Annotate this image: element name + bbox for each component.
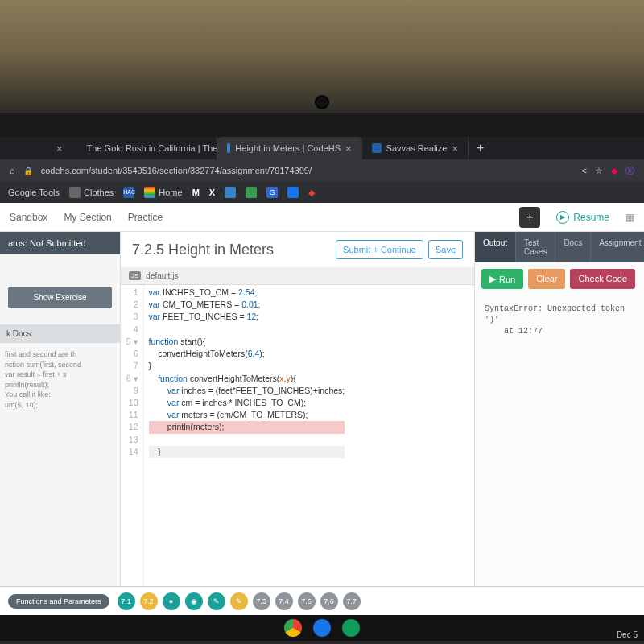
tab-test-cases[interactable]: Test Cases [515, 232, 555, 262]
site-icon [225, 187, 236, 198]
resume-button[interactable]: ▶ Resume [556, 211, 609, 224]
tab-title: The Gold Rush in California | The [87, 143, 217, 153]
left-sidebar: atus: Not Submitted Show Exercise k Docs… [0, 232, 121, 586]
bookmark[interactable] [246, 187, 257, 198]
code-editor[interactable]: 1 2 3 4 5 ▾ 6 7 8 ▾ 9 10 11 12 13 14 var… [121, 285, 474, 586]
site-icon: ◆ [308, 188, 315, 198]
browser-tab[interactable]: Height in Meters | CodeHS × [217, 137, 362, 159]
output-tabs: Output Test Cases Docs Assignment [475, 232, 644, 262]
tab-favicon [227, 143, 231, 153]
system-tray[interactable]: Dec 5 [617, 630, 638, 639]
add-button[interactable]: + [519, 207, 540, 228]
progress-dot[interactable]: 7.7 [343, 592, 361, 610]
lesson-header: 7.2.5 Height in Meters Submit + Continue… [121, 232, 474, 267]
docs-header[interactable]: k Docs [0, 324, 120, 343]
new-tab-button[interactable]: + [469, 141, 492, 155]
tab-favicon [372, 143, 382, 153]
google-icon: G [266, 187, 278, 198]
x-icon: X [209, 188, 215, 197]
nav-my-section[interactable]: My Section [64, 212, 111, 223]
chrome-icon[interactable] [284, 619, 302, 637]
tab-output[interactable]: Output [475, 232, 515, 262]
output-buttons: ▶Run Clear Check Code [475, 262, 644, 295]
check-code-button[interactable]: Check Code [570, 269, 635, 289]
tab-assignment[interactable]: Assignment [590, 232, 644, 262]
code-area[interactable]: var INCHES_TO_CM = 2.54;var CM_TO_METERS… [144, 285, 345, 586]
progress-dot[interactable]: ◉ [185, 592, 203, 610]
progress-dot[interactable]: ● [163, 592, 180, 610]
tab-title: Savvas Realize [386, 143, 448, 153]
submit-continue-button[interactable]: Submit + Continue [336, 240, 423, 259]
address-bar: ⌂ 🔒 codehs.com/student/3549516/section/3… [0, 159, 644, 182]
tab-docs[interactable]: Docs [555, 232, 590, 262]
close-icon[interactable]: × [56, 142, 63, 155]
lesson-progress-bar: Functions and Parameters 7.17.2●◉✎✎7.37.… [0, 586, 644, 615]
bookmark[interactable] [287, 187, 299, 198]
clock-date: Dec 5 [617, 630, 638, 639]
progress-dot[interactable]: 7.3 [253, 592, 270, 610]
browser-tab[interactable]: The Gold Rush in California | The × [72, 137, 217, 159]
bookmark[interactable]: Home [144, 187, 182, 198]
docs-body: first and second are thnction sum(first,… [0, 343, 120, 417]
bookmark[interactable]: G [266, 187, 278, 198]
bookmark[interactable]: Clothes [69, 187, 114, 198]
site-icon [287, 187, 299, 198]
run-button[interactable]: ▶Run [481, 269, 523, 289]
line-gutter: 1 2 3 4 5 ▾ 6 7 8 ▾ 9 10 11 12 13 14 [121, 285, 144, 586]
console-output: SyntaxError: Unexpected token ')' at 12:… [475, 295, 644, 345]
close-icon[interactable]: × [452, 142, 458, 155]
file-tab[interactable]: JS default.js [121, 267, 474, 285]
browser-tab[interactable]: Savvas Realize × [362, 137, 469, 159]
folder-icon [69, 187, 80, 198]
os-taskbar: Dec 5 [0, 615, 644, 641]
save-button[interactable]: Save [428, 240, 463, 259]
bookmark[interactable]: ◆ [308, 188, 315, 198]
nav-sandbox[interactable]: Sandbox [10, 212, 47, 223]
file-name: default.js [146, 271, 178, 280]
submission-status: atus: Not Submitted [0, 232, 120, 254]
nav-practice[interactable]: Practice [128, 212, 163, 223]
progress-dot[interactable]: 7.1 [118, 592, 135, 610]
browser-tab-strip: × The Gold Rush in California | The × He… [0, 137, 644, 159]
play-icon: ▶ [489, 274, 496, 284]
home-icon[interactable]: ⌂ [10, 166, 15, 175]
progress-dot[interactable]: 7.6 [320, 592, 338, 610]
bookmarks-bar: Google Tools Clothes HAC Home M X G ◆ [0, 182, 644, 203]
main-content: atus: Not Submitted Show Exercise k Docs… [0, 232, 644, 586]
site-icon [246, 187, 257, 198]
extension-icon[interactable]: ⓚ [625, 165, 634, 177]
bookmark[interactable]: HAC [123, 187, 134, 198]
progress-dot[interactable]: ✎ [230, 592, 248, 610]
url-text[interactable]: codehs.com/student/3549516/section/33277… [41, 166, 574, 175]
bookmark[interactable]: Google Tools [8, 188, 60, 197]
gmail-icon: M [192, 188, 200, 197]
app-icon[interactable] [342, 619, 360, 637]
bookmark[interactable]: X [209, 188, 215, 197]
layout-icon[interactable]: ▦ [625, 212, 634, 223]
tab-title: Height in Meters | CodeHS [235, 143, 341, 153]
physical-environment [0, 0, 644, 137]
close-icon[interactable]: × [345, 142, 352, 155]
unit-label[interactable]: Functions and Parameters [8, 594, 109, 609]
progress-dot[interactable]: 7.4 [275, 592, 293, 610]
editor-panel: 7.2.5 Height in Meters Submit + Continue… [121, 232, 475, 586]
gmail-icon [144, 187, 155, 198]
hac-icon: HAC [123, 187, 134, 198]
share-icon[interactable]: < [582, 166, 587, 175]
js-badge-icon: JS [129, 271, 141, 280]
app-icon[interactable] [313, 619, 331, 637]
bookmark[interactable]: M [192, 188, 200, 197]
bookmark[interactable] [225, 187, 236, 198]
star-icon[interactable]: ☆ [595, 166, 603, 176]
app-nav: Sandbox My Section Practice + ▶ Resume ▦ [0, 203, 644, 232]
progress-dot[interactable]: ✎ [208, 592, 225, 610]
progress-dot[interactable]: 7.2 [140, 592, 158, 610]
show-exercise-button[interactable]: Show Exercise [8, 287, 112, 308]
extension-icon[interactable]: ◆ [611, 166, 617, 176]
clear-button[interactable]: Clear [528, 269, 565, 289]
progress-dot[interactable]: 7.5 [298, 592, 316, 610]
play-icon: ▶ [556, 211, 569, 224]
laptop-bezel [0, 113, 644, 137]
output-panel: Output Test Cases Docs Assignment ▶Run C… [475, 232, 644, 586]
lock-icon: 🔒 [23, 167, 33, 175]
